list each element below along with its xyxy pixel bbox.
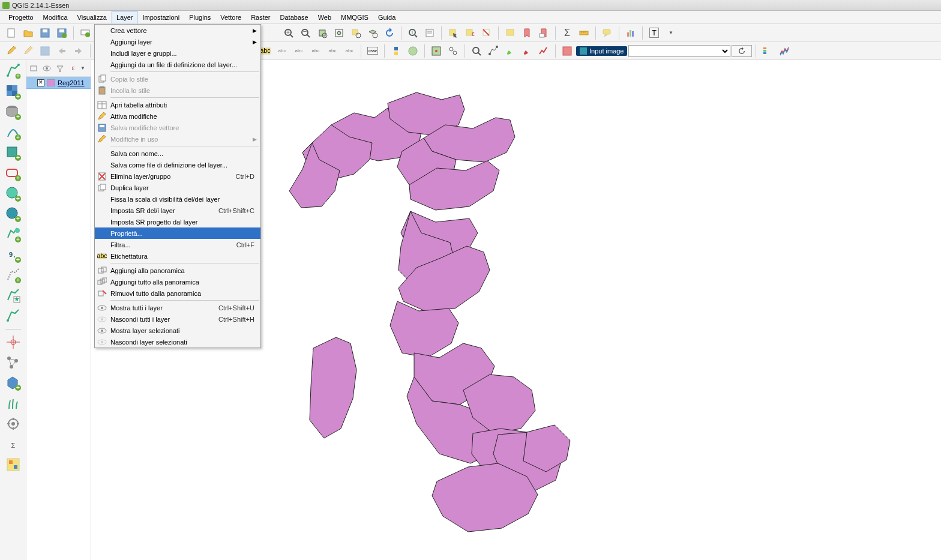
sum-button[interactable]: Σ	[4, 435, 22, 453]
menu-web[interactable]: Web	[313, 11, 336, 23]
polygon-add-button[interactable]: +	[4, 374, 22, 392]
menu-item-nascondi-tutti-i-layer[interactable]: Nascondi tutti i layerCtrl+Shift+H	[95, 313, 260, 325]
zoom-in-button[interactable]: +	[281, 25, 296, 41]
menu-mmqgis[interactable]: MMQGIS	[336, 11, 373, 23]
undo-button[interactable]	[54, 43, 70, 59]
csw-button[interactable]: csw	[365, 43, 380, 59]
menu-item-duplica-layer[interactable]: Duplica layer	[95, 182, 260, 193]
profile-chart-button[interactable]	[777, 43, 792, 59]
stylemanager-button[interactable]	[4, 456, 22, 474]
select-expression-button[interactable]: ε	[462, 25, 478, 41]
add-wfs-layer-button[interactable]: +	[4, 226, 22, 244]
plugin-button[interactable]	[559, 43, 575, 59]
menu-item-aggiungi-tutto-alla-panoramica[interactable]: Aggiungi tutto alla panoramica	[95, 276, 260, 288]
menu-item-fissa-la-scala-di-visibilit-del-dei-layer[interactable]: Fissa la scala di visibilità del/dei lay…	[95, 193, 260, 205]
layers-expression-icon[interactable]: ε	[67, 62, 79, 74]
menu-item-imposta-sr-del-i-layer[interactable]: Imposta SR del/i layerCtrl+Shift+C	[95, 205, 260, 216]
legend-button[interactable]	[760, 43, 775, 59]
menu-item-aggiungi-layer[interactable]: Aggiungi layer▶	[95, 36, 260, 47]
identify-button[interactable]: i	[405, 25, 421, 41]
add-postgis-layer-button[interactable]: +	[4, 103, 22, 121]
menu-database[interactable]: Database	[275, 11, 313, 23]
layers-filter-icon[interactable]	[54, 62, 66, 74]
menu-item-salva-come-file-di-definizione-del-layer[interactable]: Salva come file di definizione del layer…	[95, 159, 260, 170]
georef-button[interactable]	[428, 43, 444, 59]
zoom-selection-button[interactable]	[348, 25, 364, 41]
label-config-4[interactable]: abc	[325, 43, 340, 59]
menu-item-salva-con-nome[interactable]: Salva con nome...	[95, 148, 260, 159]
menu-item-propriet[interactable]: Proprietà...	[95, 227, 260, 239]
layer-checkbox[interactable]: ✕	[37, 79, 44, 86]
menu-item-apri-tabella-attributi[interactable]: Apri tabella attributi	[95, 99, 260, 110]
gps-tools-button[interactable]	[445, 43, 461, 59]
add-wcs-layer-button[interactable]: +	[4, 205, 22, 223]
add-mssql-layer-button[interactable]: +	[4, 144, 22, 162]
add-spatialite-layer-button[interactable]: +	[4, 124, 22, 142]
menu-item-aggiungi-da-un-file-di-definizione-del-layer[interactable]: Aggiungi da un file di definizione del l…	[95, 59, 260, 70]
layers-add-group-icon[interactable]	[28, 62, 40, 74]
add-virtual-layer-button[interactable]: +	[4, 266, 22, 285]
measure-button[interactable]	[576, 25, 592, 41]
edit-toggle-button[interactable]	[4, 43, 19, 59]
menu-plugins[interactable]: Plugins	[184, 11, 215, 23]
node-tool-button[interactable]	[486, 43, 501, 59]
menu-vettore[interactable]: Vettore	[215, 11, 246, 23]
open-project-button[interactable]	[20, 25, 36, 41]
zoom-native-button[interactable]	[314, 25, 330, 41]
input-image-refresh-button[interactable]	[732, 45, 752, 57]
deselect-button[interactable]	[479, 25, 495, 41]
new-shapefile-button[interactable]: ★	[4, 287, 22, 305]
stats-button[interactable]	[623, 25, 639, 41]
select-features-button[interactable]	[445, 25, 461, 41]
map-tips-button[interactable]	[502, 25, 518, 41]
zoom-full-button[interactable]	[331, 25, 347, 41]
menu-modifica[interactable]: Modifica	[38, 11, 73, 23]
new-bookmark-button[interactable]	[519, 25, 535, 41]
add-raster-layer-button[interactable]: +	[4, 83, 22, 101]
zoom-out-button[interactable]: −	[298, 25, 313, 41]
osm-button[interactable]	[405, 43, 421, 59]
zoom-layer-button[interactable]	[365, 25, 380, 41]
new-spatialite-button[interactable]	[4, 307, 22, 325]
input-image-combo[interactable]	[628, 45, 730, 57]
add-oracle-layer-button[interactable]: +	[4, 164, 22, 182]
edit-pencil-button[interactable]	[20, 43, 36, 59]
menu-progetto[interactable]: Progetto	[4, 11, 38, 23]
refresh-button[interactable]	[382, 25, 397, 41]
menu-layer[interactable]: Layer	[112, 11, 138, 23]
menu-item-mostra-layer-selezionati[interactable]: Mostra layer selezionati	[95, 325, 260, 336]
processing-button[interactable]	[4, 415, 22, 433]
menu-item-includi-layer-e-gruppi[interactable]: Includi layer e gruppi...	[95, 47, 260, 59]
menu-item-nascondi-layer-selezionati[interactable]: Nascondi layer selezionati	[95, 336, 260, 348]
crosshair-button[interactable]	[4, 333, 22, 351]
layers-visibility-icon[interactable]	[41, 62, 53, 74]
label-config-2[interactable]: abc	[291, 43, 307, 59]
menu-item-aggiungi-alla-panoramica[interactable]: Aggiungi alla panoramica	[95, 265, 260, 276]
menu-item-elimina-layer-gruppo[interactable]: Elimina layer/gruppoCtrl+D	[95, 170, 260, 182]
menu-item-filtra[interactable]: Filtra...Ctrl+F	[95, 239, 260, 250]
new-project-button[interactable]	[4, 25, 19, 41]
brush-red-button[interactable]	[519, 43, 535, 59]
menu-item-attiva-modifiche[interactable]: Attiva modifiche	[95, 110, 260, 122]
tracking-button[interactable]	[469, 43, 484, 59]
menu-item-rimuovi-tutto-dalla-panoramica[interactable]: Rimuovi tutto dalla panoramica	[95, 288, 260, 299]
save-as-button[interactable]	[54, 25, 70, 41]
menu-impostazioni[interactable]: Impostazioni	[137, 11, 184, 23]
dropdown-arrow-icon[interactable]: ▼	[663, 25, 679, 41]
menu-item-etichettatura[interactable]: abcEtichettatura	[95, 250, 260, 262]
label-config-1[interactable]: abc	[274, 43, 290, 59]
line-chart-button[interactable]	[536, 43, 552, 59]
add-delimited-text-button[interactable]: 9,+	[4, 246, 22, 264]
redo-button[interactable]	[71, 43, 86, 59]
print-composer-button[interactable]	[77, 25, 93, 41]
nodes-button[interactable]	[4, 354, 22, 372]
menu-item-mostra-tutti-i-layer[interactable]: Mostra tutti i layerCtrl+Shift+U	[95, 302, 260, 313]
python-console-button[interactable]	[388, 43, 404, 59]
sum-button[interactable]: Σ	[559, 25, 575, 41]
save-project-button[interactable]	[37, 25, 53, 41]
layer-row[interactable]: ✕Reg2011	[26, 77, 91, 89]
show-bookmarks-button[interactable]	[536, 25, 552, 41]
label-config-5[interactable]: abc	[341, 43, 357, 59]
menu-guida[interactable]: Guida	[373, 11, 400, 23]
brush-green-button[interactable]	[502, 43, 518, 59]
